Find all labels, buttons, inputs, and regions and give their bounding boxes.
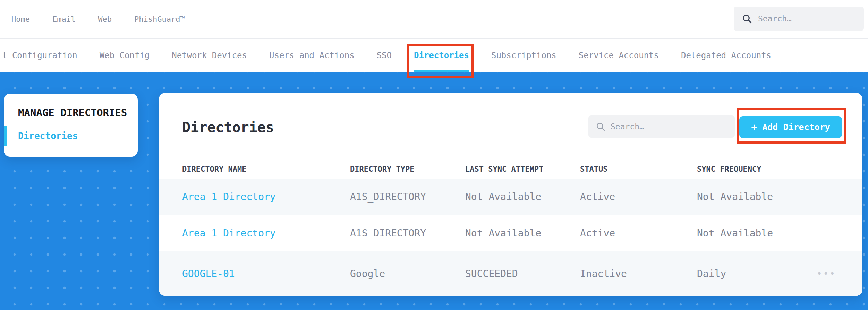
- directory-type-cell: A1S_DIRECTORY: [350, 191, 465, 203]
- sync-frequency-cell: Daily: [697, 268, 817, 279]
- settings-tab-bar: l Configuration Web Config Network Devic…: [0, 38, 868, 72]
- sidebar-item-label: Directories: [18, 131, 78, 141]
- directory-type-cell: A1S_DIRECTORY: [350, 227, 465, 239]
- add-directory-button[interactable]: + Add Directory: [739, 116, 842, 138]
- directories-search-input[interactable]: [611, 122, 701, 131]
- directories-search-box: [588, 115, 735, 138]
- column-header-status: STATUS: [580, 165, 697, 173]
- tab-item[interactable]: Web Config: [100, 39, 150, 72]
- global-search-input[interactable]: [758, 14, 848, 23]
- column-header-sync-frequency: SYNC FREQUENCY: [697, 165, 817, 173]
- table-row: GOOGLE-01 Google SUCCEEDED Inactive Dail…: [159, 251, 862, 296]
- tab-item[interactable]: Delegated Accounts: [681, 39, 771, 72]
- tab-item[interactable]: Network Devices: [172, 39, 247, 72]
- tab-item[interactable]: Directories: [414, 39, 469, 72]
- last-sync-attempt-cell: SUCCEEDED: [465, 268, 580, 279]
- plus-icon: +: [751, 122, 757, 132]
- manage-directories-title: MANAGE DIRECTORIES: [18, 107, 127, 119]
- sync-frequency-cell: Not Available: [697, 191, 817, 203]
- global-search-box: [734, 7, 864, 31]
- more-options-icon[interactable]: •••: [817, 269, 836, 278]
- status-cell: Inactive: [580, 268, 697, 279]
- directories-panel: Directories + Add Directory DIRECTORY NA…: [159, 93, 862, 296]
- active-item-indicator: [4, 126, 7, 146]
- top-nav-item[interactable]: Email: [52, 15, 75, 24]
- directories-table: DIRECTORY NAME DIRECTORY TYPE LAST SYNC …: [159, 159, 862, 296]
- tab-item[interactable]: Service Accounts: [579, 39, 659, 72]
- last-sync-attempt-cell: Not Available: [465, 227, 580, 239]
- sidebar-item-directories[interactable]: Directories: [4, 126, 138, 146]
- directory-type-cell: Google: [350, 268, 465, 279]
- directory-name-link[interactable]: GOOGLE-01: [182, 268, 350, 279]
- search-icon: [595, 121, 606, 132]
- table-row: Area 1 Directory A1S_DIRECTORY Not Avail…: [159, 179, 862, 215]
- top-nav-item[interactable]: Home: [11, 15, 30, 24]
- tab-item[interactable]: Users and Actions: [269, 39, 355, 72]
- status-cell: Active: [580, 227, 697, 239]
- page: Home Email Web PhishGuard™ l Configurati…: [0, 0, 868, 310]
- panel-title: Directories: [182, 119, 274, 135]
- top-navigation-bar: Home Email Web PhishGuard™: [0, 0, 868, 38]
- table-header-row: DIRECTORY NAME DIRECTORY TYPE LAST SYNC …: [159, 159, 862, 179]
- add-directory-label: Add Directory: [762, 122, 830, 132]
- tab-item[interactable]: Subscriptions: [491, 39, 556, 72]
- last-sync-attempt-cell: Not Available: [465, 191, 580, 203]
- table-body: Area 1 Directory A1S_DIRECTORY Not Avail…: [159, 179, 862, 296]
- column-header-last-sync-attempt: LAST SYNC ATTEMPT: [465, 165, 580, 173]
- tab-item[interactable]: SSO: [377, 39, 392, 72]
- directory-name-link[interactable]: Area 1 Directory: [182, 191, 350, 203]
- status-cell: Active: [580, 191, 697, 203]
- column-header-directory-name: DIRECTORY NAME: [182, 165, 350, 173]
- manage-directories-card: MANAGE DIRECTORIES Directories: [4, 94, 138, 157]
- sync-frequency-cell: Not Available: [697, 227, 817, 239]
- table-row: Area 1 Directory A1S_DIRECTORY Not Avail…: [159, 215, 862, 251]
- directory-name-link[interactable]: Area 1 Directory: [182, 227, 350, 239]
- column-header-directory-type: DIRECTORY TYPE: [350, 165, 465, 173]
- top-nav-item[interactable]: PhishGuard™: [134, 15, 185, 24]
- tab-item[interactable]: l Configuration: [2, 39, 77, 72]
- top-nav-item[interactable]: Web: [98, 15, 112, 24]
- search-icon: [741, 13, 752, 24]
